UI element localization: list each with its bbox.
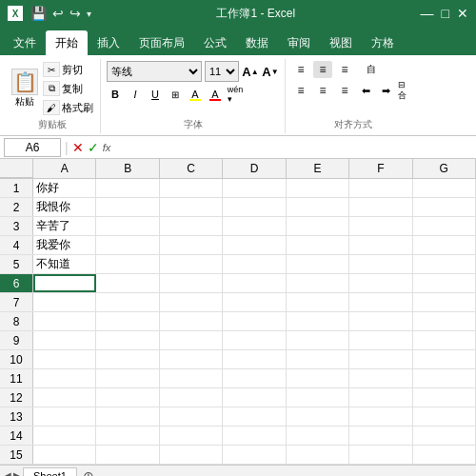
cell-6-6[interactable] [413, 274, 476, 292]
cell-7-5[interactable] [349, 293, 412, 311]
cell-13-6[interactable] [413, 407, 476, 426]
tab-extra[interactable]: 方格 [362, 30, 404, 55]
cell-15-1[interactable] [96, 446, 159, 464]
cell-2-4[interactable] [287, 198, 349, 216]
cell-3-1[interactable] [96, 217, 159, 235]
cell-14-1[interactable] [96, 426, 159, 445]
tab-view[interactable]: 视图 [320, 30, 362, 55]
cell-3-4[interactable] [287, 217, 349, 235]
row-number-10[interactable]: 10 [0, 350, 33, 368]
cell-14-4[interactable] [287, 426, 349, 445]
save-qat-btn[interactable]: 💾 [30, 6, 47, 21]
cell-14-6[interactable] [413, 426, 476, 445]
cell-7-3[interactable] [223, 293, 286, 311]
cell-2-1[interactable] [96, 198, 159, 216]
align-top-right-btn[interactable]: ≡ [335, 61, 354, 78]
row-number-9[interactable]: 9 [0, 331, 33, 349]
col-header-B[interactable]: B [96, 159, 159, 178]
cell-6-3[interactable] [223, 274, 286, 292]
cell-10-4[interactable] [287, 350, 349, 368]
italic-button[interactable]: I [127, 86, 144, 103]
border-button[interactable]: ⊞ [167, 86, 184, 103]
formula-input[interactable] [114, 141, 472, 154]
cell-5-1[interactable] [96, 255, 159, 273]
cell-11-1[interactable] [96, 369, 159, 387]
cell-7-2[interactable] [160, 293, 223, 311]
cell-12-6[interactable] [413, 388, 476, 407]
align-left-btn[interactable]: ≡ [291, 82, 310, 99]
cell-8-5[interactable] [349, 312, 412, 330]
align-top-left-btn[interactable]: ≡ [291, 61, 310, 78]
close-btn[interactable]: ✕ [457, 6, 468, 21]
row-number-3[interactable]: 3 [0, 217, 33, 235]
row-number-12[interactable]: 12 [0, 388, 33, 407]
minimize-btn[interactable]: — [421, 6, 434, 21]
cell-6-0[interactable] [33, 274, 96, 292]
cell-3-3[interactable] [223, 217, 286, 235]
tab-file[interactable]: 文件 [4, 30, 46, 55]
row-number-1[interactable]: 1 [0, 179, 33, 197]
cell-4-0[interactable]: 我爱你 [33, 236, 96, 254]
cell-10-3[interactable] [223, 350, 286, 368]
align-top-center-btn[interactable]: ≡ [313, 61, 332, 78]
cell-2-3[interactable] [223, 198, 286, 216]
cell-6-5[interactable] [349, 274, 412, 292]
cell-15-4[interactable] [287, 446, 349, 464]
text-effects-button[interactable]: wén ▾ [227, 86, 244, 103]
bold-button[interactable]: B [107, 86, 124, 103]
cell-9-1[interactable] [96, 331, 159, 349]
cell-11-2[interactable] [160, 369, 223, 387]
cell-15-6[interactable] [413, 446, 476, 464]
row-number-4[interactable]: 4 [0, 236, 33, 254]
cell-1-3[interactable] [223, 179, 286, 197]
row-number-15[interactable]: 15 [0, 446, 33, 464]
cell-9-6[interactable] [413, 331, 476, 349]
corner-cell[interactable] [0, 159, 33, 178]
cell-12-3[interactable] [223, 388, 286, 407]
paste-button[interactable]: 📋 粘贴 [10, 67, 40, 110]
cell-14-3[interactable] [223, 426, 286, 445]
cell-11-4[interactable] [287, 369, 349, 387]
merge-center-btn[interactable]: ⊟ 合 [397, 82, 414, 99]
cell-8-0[interactable] [33, 312, 96, 330]
row-number-7[interactable]: 7 [0, 293, 33, 311]
cell-2-0[interactable]: 我恨你 [33, 198, 96, 216]
sheet-scroll-left-btn[interactable]: ◀ [4, 470, 11, 476]
maximize-btn[interactable]: □ [442, 6, 449, 21]
cell-9-3[interactable] [223, 331, 286, 349]
align-center-btn[interactable]: ≡ [313, 82, 332, 99]
cell-9-0[interactable] [33, 331, 96, 349]
cell-4-1[interactable] [96, 236, 159, 254]
cell-10-0[interactable] [33, 350, 96, 368]
cell-9-4[interactable] [287, 331, 349, 349]
cell-11-3[interactable] [223, 369, 286, 387]
col-header-D[interactable]: D [223, 159, 286, 178]
cell-2-5[interactable] [349, 198, 412, 216]
undo-qat-btn[interactable]: ↩ [52, 6, 64, 21]
col-header-F[interactable]: F [349, 159, 412, 178]
row-number-6[interactable]: 6 [0, 274, 33, 292]
wrap-text-btn[interactable]: 自 [357, 61, 386, 78]
redo-qat-btn[interactable]: ↪ [69, 6, 81, 21]
cell-14-0[interactable] [33, 426, 96, 445]
cell-1-2[interactable] [160, 179, 223, 197]
cell-10-2[interactable] [160, 350, 223, 368]
tab-home[interactable]: 开始 [46, 30, 88, 55]
cell-9-5[interactable] [349, 331, 412, 349]
font-size-select[interactable]: 11 [205, 61, 239, 82]
col-header-C[interactable]: C [160, 159, 223, 178]
cell-4-2[interactable] [160, 236, 223, 254]
cell-1-4[interactable] [287, 179, 349, 197]
copy-button[interactable]: ⧉ 复制 [42, 80, 94, 97]
cell-8-6[interactable] [413, 312, 476, 330]
cell-15-0[interactable] [33, 446, 96, 464]
cell-15-3[interactable] [223, 446, 286, 464]
col-header-G[interactable]: G [413, 159, 476, 178]
align-right-btn[interactable]: ≡ [335, 82, 354, 99]
cell-13-1[interactable] [96, 407, 159, 426]
fx-button[interactable]: fx [103, 142, 111, 153]
cell-6-2[interactable] [160, 274, 223, 292]
cell-8-1[interactable] [96, 312, 159, 330]
cell-7-6[interactable] [413, 293, 476, 311]
cell-14-2[interactable] [160, 426, 223, 445]
